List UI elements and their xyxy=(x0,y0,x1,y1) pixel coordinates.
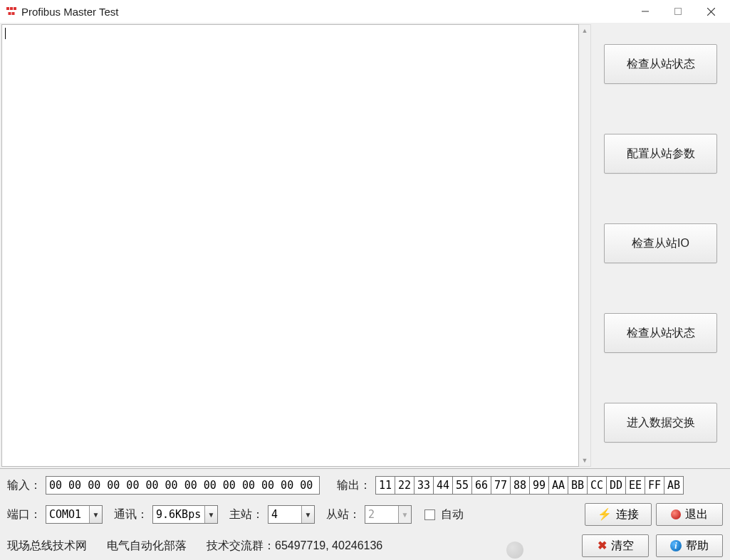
baud-label: 通讯： xyxy=(114,507,148,522)
help-label: 帮助 xyxy=(686,539,709,554)
exit-label: 退出 xyxy=(685,507,708,522)
clear-label: 清空 xyxy=(611,539,634,554)
title-bar: Profibus Master Test xyxy=(0,0,730,23)
help-button[interactable]: i 帮助 xyxy=(656,534,723,557)
record-circle-icon xyxy=(671,509,681,519)
check-slave-io-button[interactable]: 检查从站IO xyxy=(604,223,717,263)
scroll-up-icon[interactable]: ▲ xyxy=(580,26,589,35)
hex-cell[interactable]: BB xyxy=(568,476,588,495)
hex-cell[interactable]: CC xyxy=(587,476,607,495)
config-slave-params-button[interactable]: 配置从站参数 xyxy=(604,134,717,174)
bottom-panel: 输入： 输出： 11 22 33 44 55 66 77 88 99 AA BB… xyxy=(0,468,730,560)
check-slave-status2-button[interactable]: 检查从站状态 xyxy=(604,313,717,353)
check-slave-status-button[interactable]: 检查从站状态 xyxy=(604,44,717,84)
window-title: Profibus Master Test xyxy=(21,6,118,18)
slave-value: 2 xyxy=(365,506,398,523)
side-panel: 检查从站状态 配置从站参数 检查从站IO 检查从站状态 进入数据交换 xyxy=(591,23,730,468)
lightning-icon: ⚡ xyxy=(598,509,612,520)
hex-cell[interactable]: FF xyxy=(645,476,664,495)
scrollbar-vertical[interactable]: ▲ ▼ xyxy=(579,24,591,467)
hex-cell[interactable]: EE xyxy=(625,476,645,495)
svg-rect-3 xyxy=(9,12,11,15)
auto-label: 自动 xyxy=(441,507,464,522)
svg-rect-2 xyxy=(14,7,16,10)
connect-label: 连接 xyxy=(616,507,639,522)
input-bytes-field[interactable] xyxy=(46,476,320,495)
port-value: COMO1 xyxy=(46,506,89,523)
text-cursor xyxy=(5,28,6,39)
hex-cell[interactable]: 11 xyxy=(375,476,395,495)
info-icon: i xyxy=(670,540,682,551)
hex-cell[interactable]: 22 xyxy=(395,476,414,495)
master-label: 主站： xyxy=(229,507,264,522)
footer-qq-label: 技术交流群：65497719, 40246136 xyxy=(207,539,382,554)
enter-data-exchange-button[interactable]: 进入数据交换 xyxy=(604,403,717,443)
close-button[interactable] xyxy=(694,1,727,22)
hex-cell[interactable]: 88 xyxy=(510,476,530,495)
chevron-down-icon[interactable]: ▼ xyxy=(204,506,217,523)
chevron-down-icon[interactable]: ▼ xyxy=(89,506,102,523)
footer-group: 电气自动化部落 xyxy=(107,539,187,554)
minimize-button[interactable] xyxy=(629,1,662,22)
output-bytes-cells[interactable]: 11 22 33 44 55 66 77 88 99 AA BB CC DD E… xyxy=(375,476,684,495)
auto-checkbox[interactable] xyxy=(424,509,435,520)
master-combo[interactable]: 4 ▼ xyxy=(268,505,315,524)
svg-rect-4 xyxy=(12,12,15,15)
hex-cell[interactable]: 99 xyxy=(529,476,549,495)
log-textarea[interactable] xyxy=(1,24,579,467)
output-label: 输出： xyxy=(337,478,371,493)
hex-cell[interactable]: AA xyxy=(548,476,568,495)
chevron-down-icon: ▼ xyxy=(398,506,411,523)
hex-cell[interactable]: 77 xyxy=(491,476,511,495)
exit-button[interactable]: 退出 xyxy=(656,503,723,526)
footer-site: 现场总线技术网 xyxy=(7,539,87,554)
master-value: 4 xyxy=(268,506,301,523)
slave-label: 从站： xyxy=(326,507,360,522)
svg-rect-0 xyxy=(6,7,9,10)
port-label: 端口： xyxy=(7,507,41,522)
app-icon xyxy=(6,6,17,17)
connect-button[interactable]: ⚡ 连接 xyxy=(585,503,652,526)
scroll-down-icon[interactable]: ▼ xyxy=(580,456,589,465)
hex-cell[interactable]: 44 xyxy=(433,476,453,495)
hex-cell[interactable]: DD xyxy=(606,476,626,495)
delete-x-icon: ✖ xyxy=(598,540,607,551)
port-combo[interactable]: COMO1 ▼ xyxy=(46,505,103,524)
chevron-down-icon[interactable]: ▼ xyxy=(301,506,314,523)
clear-button[interactable]: ✖ 清空 xyxy=(582,534,649,557)
slave-combo: 2 ▼ xyxy=(365,505,412,524)
hex-cell[interactable]: 66 xyxy=(471,476,491,495)
hex-cell[interactable]: AB xyxy=(664,476,684,495)
svg-rect-1 xyxy=(10,7,13,10)
input-label: 输入： xyxy=(7,478,41,493)
baud-value: 9.6KBps xyxy=(153,506,204,523)
maximize-button[interactable] xyxy=(662,1,694,22)
svg-rect-6 xyxy=(675,9,682,15)
hex-cell[interactable]: 33 xyxy=(414,476,434,495)
baud-combo[interactable]: 9.6KBps ▼ xyxy=(152,505,218,524)
hex-cell[interactable]: 55 xyxy=(452,476,472,495)
